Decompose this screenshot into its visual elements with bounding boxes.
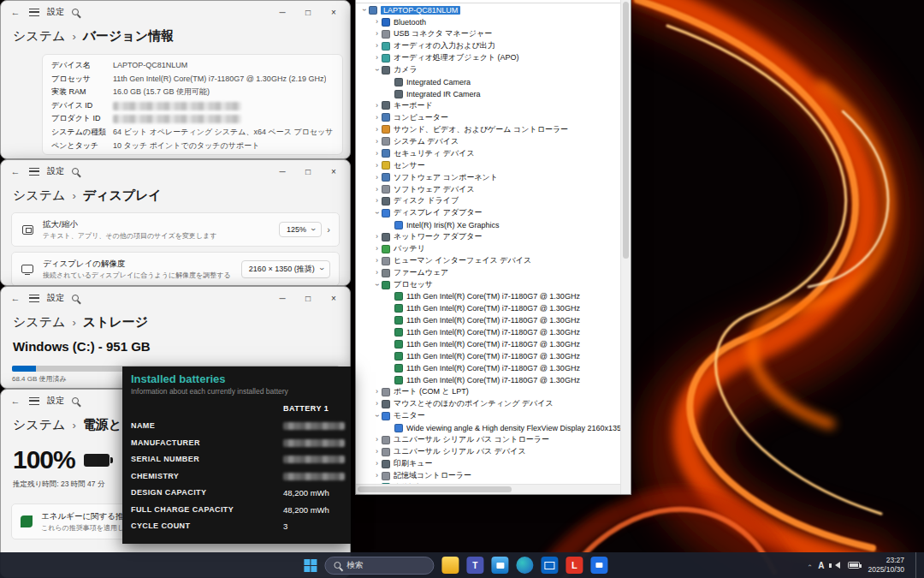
menu-icon[interactable] (29, 295, 39, 302)
resolution-dropdown[interactable]: 2160 × 1350 (推奨) › (241, 260, 330, 278)
device-tree-item[interactable]: ›印刷キュー (356, 458, 620, 470)
back-icon[interactable]: ← (9, 293, 21, 303)
collapse-icon[interactable]: › (373, 65, 381, 74)
maximize-button[interactable]: □ (295, 161, 321, 182)
expand-icon[interactable]: › (372, 42, 382, 50)
teams-icon[interactable] (466, 557, 483, 574)
device-tree-item[interactable]: ›オーディオの入力および出力 (356, 40, 620, 52)
collapse-icon[interactable]: › (373, 208, 381, 217)
mail-icon[interactable] (541, 557, 558, 574)
device-tree-item[interactable]: 11th Gen Intel(R) Core(TM) i7-1180G7 @ 1… (356, 350, 620, 362)
device-tree-item[interactable]: 11th Gen Intel(R) Core(TM) i7-1180G7 @ 1… (356, 374, 620, 386)
device-tree-item[interactable]: ›オーディオ処理オブジェクト (APO) (356, 52, 620, 64)
device-tree-item[interactable]: ›ヒューマン インターフェイス デバイス (356, 255, 620, 267)
close-button[interactable]: × (321, 288, 346, 308)
breadcrumb-root[interactable]: システム (13, 28, 65, 45)
expand-icon[interactable]: › (372, 174, 382, 182)
minimize-button[interactable]: ─ (270, 2, 295, 22)
vertical-scrollbar[interactable] (620, 0, 631, 494)
menu-icon[interactable] (29, 168, 39, 176)
expand-icon[interactable]: › (372, 114, 382, 122)
expand-icon[interactable]: › (372, 186, 382, 194)
taskbar-search[interactable]: 検索 (324, 557, 434, 575)
expand-icon[interactable]: › (372, 400, 382, 408)
device-tree-item[interactable]: 11th Gen Intel(R) Core(TM) i7-1180G7 @ 1… (356, 362, 620, 374)
expand-icon[interactable]: › (372, 162, 382, 170)
device-tree-item[interactable]: 11th Gen Intel(R) Core(TM) i7-1180G7 @ 1… (356, 314, 620, 326)
device-tree-item[interactable]: ›カメラ (356, 64, 620, 76)
menu-icon[interactable] (29, 397, 39, 405)
expand-icon[interactable]: › (372, 388, 382, 396)
battery-tray-icon[interactable] (848, 562, 860, 569)
device-tree-item[interactable]: ›コンピューター (356, 111, 620, 123)
expand-icon[interactable]: › (372, 138, 382, 146)
expand-icon[interactable]: › (372, 54, 382, 62)
breadcrumb-root[interactable]: システム (13, 417, 65, 433)
horizontal-scrollbar[interactable] (356, 484, 620, 494)
breadcrumb-root[interactable]: システム (13, 314, 65, 331)
device-tree-item[interactable]: ›ディスプレイ アダプター (356, 207, 620, 219)
expand-icon[interactable]: › (372, 245, 382, 253)
expand-icon[interactable]: › (372, 150, 382, 158)
line-app-icon[interactable] (566, 557, 583, 574)
device-tree-item[interactable]: ›ファームウェア (356, 267, 620, 279)
device-tree-item[interactable]: ›Bluetooth (356, 16, 620, 28)
device-tree-item[interactable]: ›センサー (356, 159, 620, 171)
menu-icon[interactable] (29, 9, 39, 16)
maximize-button[interactable]: □ (295, 288, 321, 308)
volume-icon[interactable] (832, 562, 840, 569)
device-tree-item[interactable]: Intel(R) Iris(R) Xe Graphics (356, 219, 620, 231)
file-explorer-icon[interactable] (441, 557, 459, 574)
ime-indicator[interactable]: A (818, 561, 824, 570)
resolution-setting-row[interactable]: ディスプレイの解像度 接続されているディスプレイに合うように解像度を調整する 2… (11, 252, 340, 286)
device-tree-item[interactable]: ›USB コネクタ マネージャー (356, 28, 620, 40)
device-tree-item[interactable]: ›サウンド、ビデオ、およびゲーム コントローラー (356, 123, 620, 135)
collapse-icon[interactable]: › (360, 5, 368, 15)
expand-icon[interactable]: › (372, 18, 382, 26)
device-tree-item[interactable]: ›バッテリ (356, 243, 620, 255)
clock[interactable]: 23:27 2025/10/30 (868, 556, 904, 575)
device-tree-item[interactable]: ›キーボード (356, 100, 620, 112)
back-icon[interactable]: ← (9, 166, 21, 176)
expand-icon[interactable]: › (372, 126, 382, 134)
expand-icon[interactable]: › (372, 460, 382, 468)
collapse-icon[interactable]: › (373, 280, 381, 289)
back-icon[interactable]: ← (9, 7, 21, 17)
collapse-icon[interactable]: › (373, 411, 381, 420)
expand-icon[interactable]: › (372, 30, 382, 38)
device-tree-item[interactable]: ›ソフトウェア コンポーネント (356, 171, 620, 183)
expand-icon[interactable]: › (372, 472, 382, 480)
device-tree-item[interactable]: ›LAPTOP-QC81NLUM (356, 4, 620, 16)
close-button[interactable]: × (321, 161, 346, 182)
device-tree-item[interactable]: 11th Gen Intel(R) Core(TM) i7-1180G7 @ 1… (356, 302, 620, 314)
close-button[interactable]: × (321, 2, 346, 22)
device-tree-item[interactable]: ›ユニバーサル シリアル バス コントローラー (356, 434, 620, 446)
expand-icon[interactable]: › (372, 448, 382, 456)
minimize-button[interactable]: ─ (270, 161, 295, 182)
back-icon[interactable]: ← (9, 396, 21, 406)
expand-icon[interactable]: › (372, 233, 382, 241)
tray-overflow-chevron-icon[interactable]: › (805, 564, 813, 567)
expand-icon[interactable]: › (372, 102, 382, 110)
expand-icon[interactable]: › (372, 269, 382, 277)
device-tree-item[interactable]: ›システム デバイス (356, 135, 620, 147)
search-icon[interactable] (72, 397, 79, 404)
scale-dropdown[interactable]: 125% › (279, 222, 322, 237)
device-tree-item[interactable]: Integrated Camera (356, 76, 620, 88)
start-button[interactable] (304, 559, 317, 572)
device-tree-item[interactable]: 11th Gen Intel(R) Core(TM) i7-1180G7 @ 1… (356, 338, 620, 350)
breadcrumb-root[interactable]: システム (13, 188, 65, 204)
device-tree-item[interactable]: Wide viewing angle & High density FlexVi… (356, 422, 620, 434)
device-tree-item[interactable]: ›記憶域コントローラー (356, 470, 620, 482)
store-icon[interactable] (491, 557, 508, 574)
expand-icon[interactable]: › (372, 197, 382, 205)
device-tree-item[interactable]: 11th Gen Intel(R) Core(TM) i7-1180G7 @ 1… (356, 291, 620, 303)
scale-setting-row[interactable]: 拡大/縮小 テキスト、アプリ、その他の項目のサイズを変更します 125% › › (11, 212, 340, 247)
device-tree-item[interactable]: ›モニター (356, 410, 620, 422)
expand-icon[interactable]: › (372, 257, 382, 265)
show-desktop-button[interactable] (915, 552, 919, 578)
edge-icon[interactable] (516, 557, 533, 574)
device-tree-item[interactable]: 11th Gen Intel(R) Core(TM) i7-1180G7 @ 1… (356, 326, 620, 338)
device-tree-item[interactable]: ›セキュリティ デバイス (356, 147, 620, 159)
device-tree-item[interactable]: ›ユニバーサル シリアル バス デバイス (356, 446, 620, 458)
